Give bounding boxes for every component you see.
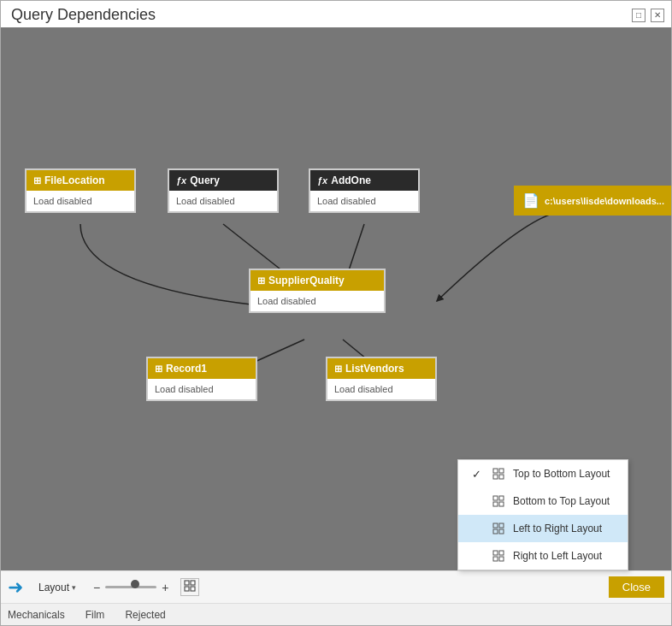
layout-dropdown: ✓ Top to Bottom Layout (457, 459, 628, 570)
svg-rect-15 (499, 529, 504, 534)
svg-rect-9 (499, 496, 504, 500)
zoom-minus-button[interactable]: − (91, 581, 102, 594)
table-icon: ⊞ (155, 363, 162, 375)
close-button[interactable]: Close (609, 576, 664, 598)
svg-rect-4 (493, 469, 498, 473)
check-icon-empty (469, 548, 484, 564)
svg-rect-18 (493, 557, 498, 561)
check-icon-empty (469, 493, 484, 509)
svg-rect-17 (499, 551, 504, 555)
svg-rect-6 (493, 475, 498, 479)
svg-rect-16 (493, 551, 498, 555)
svg-rect-12 (493, 523, 498, 528)
layout-grid-icon (491, 548, 506, 564)
svg-rect-3 (191, 587, 195, 591)
svg-rect-2 (185, 587, 189, 591)
layout-grid-icon (491, 466, 506, 481)
file-icon: 📄 (522, 192, 539, 209)
node-label: AddOne (331, 174, 371, 186)
node-label: c:\users\lisde\downloads... (545, 196, 664, 206)
svg-rect-10 (493, 502, 498, 506)
node-label: Record1 (166, 363, 207, 375)
bottom-toolbar: ➜ Layout ▾ − + Close (1, 570, 671, 603)
layout-left-right[interactable]: Left to Right Layout (458, 515, 628, 542)
layout-top-bottom[interactable]: ✓ Top to Bottom Layout (458, 460, 628, 487)
svg-rect-19 (499, 557, 504, 561)
zoom-controls: − + (91, 581, 170, 594)
node-label: Query (190, 174, 220, 186)
check-icon-empty (469, 521, 484, 536)
layout-right-left[interactable]: Right to Left Layout (458, 542, 628, 570)
check-icon: ✓ (469, 466, 484, 481)
node-list-vendors[interactable]: ⊞ ListVendors Load disabled (326, 357, 437, 401)
title-bar: Query Dependencies □ ✕ (1, 1, 671, 27)
svg-rect-0 (185, 581, 189, 585)
node-supplier-quality[interactable]: ⊞ SupplierQuality Load disabled (249, 269, 386, 313)
node-record1[interactable]: ⊞ Record1 Load disabled (146, 357, 257, 401)
layout-bottom-top[interactable]: Bottom to Top Layout (458, 487, 628, 515)
table-icon: ⊞ (257, 275, 265, 286)
window-controls: □ ✕ (632, 9, 664, 22)
node-status: Load disabled (310, 191, 418, 211)
svg-rect-5 (499, 469, 504, 473)
layout-item-label: Bottom to Top Layout (513, 495, 610, 507)
svg-rect-7 (499, 475, 504, 479)
tab-rejected[interactable]: Rejected (125, 609, 165, 621)
node-query[interactable]: ƒx Query Load disabled (168, 168, 279, 213)
svg-rect-11 (499, 502, 504, 506)
node-status: Load disabled (169, 191, 277, 211)
node-file-path[interactable]: 📄 c:\users\lisde\downloads... (514, 186, 671, 216)
fit-to-screen-button[interactable] (180, 578, 199, 596)
function-icon: ƒx (317, 175, 327, 186)
tab-film[interactable]: Film (85, 609, 105, 621)
node-status: Load disabled (148, 379, 256, 399)
node-label: SupplierQuality (268, 275, 345, 286)
node-status: Load disabled (327, 379, 435, 399)
node-add-one[interactable]: ƒx AddOne Load disabled (309, 168, 420, 213)
node-file-location[interactable]: ⊞ FileLocation Load disabled (25, 168, 136, 213)
layout-item-label: Right to Left Layout (513, 550, 602, 562)
main-window: Query Dependencies □ ✕ (0, 0, 672, 626)
function-icon: ƒx (176, 175, 186, 186)
node-status: Load disabled (27, 191, 134, 211)
svg-rect-1 (191, 581, 195, 585)
minimize-button[interactable]: □ (632, 9, 645, 22)
layout-item-label: Left to Right Layout (513, 523, 602, 534)
zoom-plus-button[interactable]: + (160, 581, 170, 594)
table-icon: ⊞ (33, 175, 41, 186)
svg-rect-8 (493, 496, 498, 500)
window-title: Query Dependencies (11, 6, 156, 24)
table-icon: ⊞ (334, 363, 342, 375)
layout-label: Layout (38, 582, 69, 594)
layout-item-label: Top to Bottom Layout (513, 468, 610, 480)
node-status: Load disabled (251, 291, 384, 311)
close-window-button[interactable]: ✕ (651, 9, 664, 22)
layout-caret: ▾ (72, 583, 76, 592)
node-label: FileLocation (44, 174, 105, 186)
layout-grid-icon (491, 493, 506, 509)
layout-grid-icon (491, 521, 506, 536)
svg-rect-13 (499, 523, 504, 528)
svg-rect-14 (493, 529, 498, 534)
tabs-row: Mechanicals Film Rejected (1, 603, 671, 625)
node-label: ListVendors (345, 363, 404, 375)
layout-button[interactable]: Layout ▾ (33, 579, 81, 596)
tab-mechanicals[interactable]: Mechanicals (8, 609, 65, 621)
arrow-indicator: ➜ (8, 576, 23, 599)
